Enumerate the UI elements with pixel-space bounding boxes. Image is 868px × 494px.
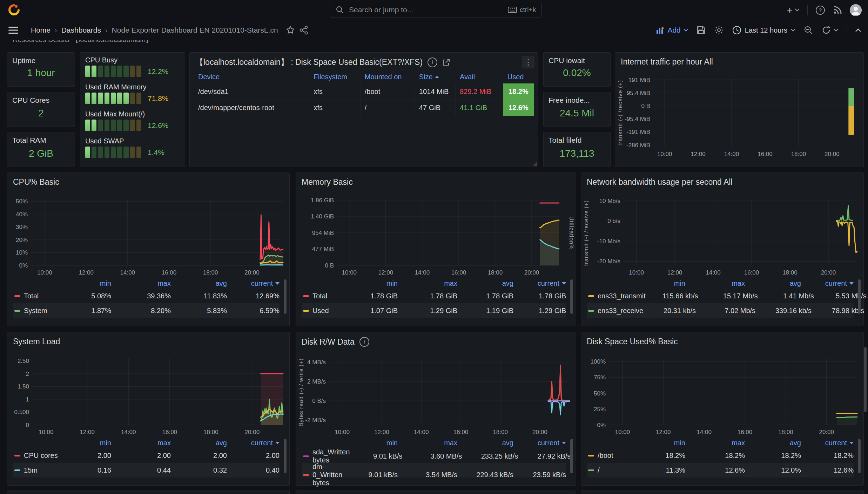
legend-header-current[interactable]: current [227,439,280,447]
gauge-value: 71.8% [148,94,169,103]
zoom-out-icon[interactable] [804,26,813,35]
legend-header-min[interactable]: min [633,439,685,447]
column-header-used[interactable]: Used [503,73,534,81]
legend-scrollbar[interactable] [284,279,287,314]
legend-header-avg[interactable]: avg [171,279,227,287]
legend-header-max[interactable]: max [685,279,745,287]
legend-series-label[interactable]: CPU cores [13,452,59,460]
legend-header-current[interactable]: current [801,439,854,447]
svg-text:12:00: 12:00 [79,269,94,276]
svg-text:14:00: 14:00 [120,269,135,276]
legend-series-label[interactable]: Total [302,292,345,300]
legend-header-avg[interactable]: avg [745,439,801,447]
legend-series-label[interactable]: / [587,466,633,474]
legend-scrollbar[interactable] [284,439,287,473]
legend-scrollbar[interactable] [570,279,573,314]
gauge-cells [85,66,141,77]
legend-header-min[interactable]: min [59,279,111,287]
column-header-filesystem[interactable]: Filesystem [309,73,360,81]
legend-value: 233.25 kB/s [462,452,518,460]
collapse-toolbar-icon[interactable] [855,28,861,32]
search-input[interactable] [348,5,508,14]
legend-header-min[interactable]: min [345,439,398,447]
legend-header-current[interactable]: current [513,439,566,447]
panel-resize-handle[interactable] [533,162,537,166]
legend-swatch [588,469,594,471]
legend-series-label[interactable]: ens33_transmit [587,292,646,300]
legend-header-avg[interactable]: avg [457,279,513,287]
chart-internet-traffic[interactable]: 191 MiB95.4 MiB0 B-95.4 MiB-191 MiB-286 … [615,53,863,167]
column-header-avail[interactable]: Avail [456,73,503,81]
svg-text:30%: 30% [16,224,28,230]
legend-header-current[interactable]: current [513,279,566,287]
svg-text:50%: 50% [594,390,606,397]
grafana-logo-icon[interactable] [8,4,20,16]
svg-text:10:00: 10:00 [615,429,630,435]
legend-header-max[interactable]: max [111,279,171,287]
legend-series-label[interactable]: Used [302,307,345,315]
legend-header-avg[interactable]: avg [171,439,227,447]
menu-hamburger-icon[interactable] [8,26,18,34]
stat-title: Uptime [12,56,36,65]
legend-series-label[interactable]: System [13,307,59,315]
add-panel-button[interactable]: Add [656,26,688,34]
help-icon[interactable]: ? [815,5,825,15]
time-range-picker[interactable]: Last 12 hours [732,26,795,35]
legend-scrollbar[interactable] [858,279,861,314]
news-rss-icon[interactable] [833,6,842,15]
svg-text:477 MiB: 477 MiB [312,246,334,252]
breadcrumb-dashboards[interactable]: Dashboards [61,26,101,34]
legend-value: 1.87% [59,307,111,315]
svg-text:0.500: 0.500 [14,409,29,415]
column-header-device[interactable]: Device [194,73,309,81]
legend-scrollbar[interactable] [858,439,861,473]
divider [847,25,847,35]
legend-series-label[interactable]: sda_Written bytes [302,448,350,464]
legend-header-current[interactable]: current [801,279,854,287]
legend-header-max[interactable]: max [685,439,745,447]
svg-text:20:00: 20:00 [821,269,836,276]
legend-header-max[interactable]: max [398,439,457,447]
refresh-icon[interactable] [822,26,838,35]
user-avatar[interactable] [850,4,862,16]
cell-avail: 829.2 MiB [456,83,503,100]
legend-value: 20.31 kb/s [643,307,696,315]
table-row[interactable]: /dev/mapper/centos-root xfs / 47 GiB 41.… [194,100,534,116]
new-plus-button[interactable]: + [787,5,800,15]
gauge-label: Used Max Mount(/) [85,110,181,118]
legend-header-current[interactable]: current [227,279,280,287]
legend-scrollbar[interactable] [570,439,573,473]
page-scrollbar[interactable] [864,347,867,412]
panel-uptime: Uptime 1 hour [7,52,75,87]
legend-header-min[interactable]: min [345,279,398,287]
legend-header-max[interactable]: max [398,279,457,287]
external-link-icon[interactable] [442,59,450,66]
panel-title[interactable]: 【localhost.localdomain】 : Disk Space Use… [195,57,450,68]
table-row[interactable]: /dev/sda1 xfs /boot 1014 MiB 829.2 MiB 1… [194,83,534,100]
panel-menu-kebab[interactable]: ⋮ [522,56,534,68]
legend-value: 2.00 [227,452,280,460]
legend-series-label[interactable]: ens33_receive [587,307,643,315]
legend-series-label[interactable]: 15m [13,466,59,474]
breadcrumb-current[interactable]: Node Exporter Dashboard EN 20201010-Star… [112,26,278,34]
legend-header-max[interactable]: max [111,439,171,447]
column-header-mounted-on[interactable]: Mounted on [361,73,415,81]
search-bar[interactable]: ctrl+k [330,2,542,18]
legend-value: 12.69% [227,292,280,300]
share-icon[interactable] [299,26,308,35]
legend-value: 8.20% [111,307,171,315]
legend-series-label[interactable]: Total [13,292,59,300]
breadcrumb-home[interactable]: Home [31,26,51,34]
settings-gear-icon[interactable] [714,25,724,35]
legend-header-min[interactable]: min [633,279,685,287]
save-dashboard-icon[interactable] [697,26,706,35]
legend-header-avg[interactable]: avg [745,279,801,287]
legend-header-min[interactable]: min [59,439,111,447]
legend-series-label[interactable]: /boot [587,452,633,460]
favorite-star-icon[interactable] [286,26,295,35]
gauge-label: Used RAM Memory [85,83,181,91]
info-icon[interactable]: i [428,57,437,67]
legend-header-avg[interactable]: avg [457,439,513,447]
column-header-size[interactable]: Size [415,73,456,81]
legend-series-label[interactable]: dm-0_Written bytes [302,463,345,487]
